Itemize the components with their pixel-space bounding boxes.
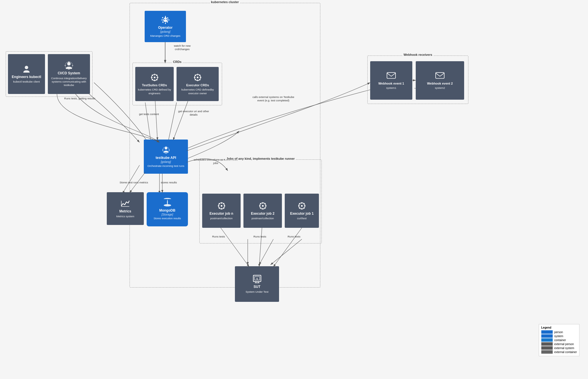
testkube-api-desc: Orchestrate incoming test runs — [147, 164, 184, 168]
get-tests-label: get tests content — [133, 112, 165, 116]
sut-desc: System Under Test — [245, 290, 268, 294]
legend-label-ext-person: external person — [554, 343, 574, 346]
svg-rect-50 — [387, 72, 396, 78]
testkube-api-title: testkube API — [155, 156, 176, 160]
svg-rect-9 — [162, 21, 164, 23]
svg-rect-4 — [165, 22, 166, 24]
webhook-event2-desc: system2 — [435, 86, 445, 90]
webhook-event1-title: Webhook event 1 — [378, 81, 404, 85]
executor-job-1-node: Executor job 1 curl/test — [285, 194, 319, 228]
svg-rect-6 — [168, 20, 169, 21]
metrics-title: Metrics — [119, 209, 131, 214]
legend-item-ext-person: external person — [541, 342, 577, 346]
mongodb-node: MongoDB [Storage] Stores execution resul… — [147, 192, 188, 226]
runs-tests-2-label: Runs tests — [253, 235, 266, 238]
operator-node: Operator [golang] Mananges CRD changes — [145, 11, 186, 42]
legend-label-ext-container: external container — [554, 351, 577, 354]
svg-rect-5 — [161, 20, 163, 21]
diagram-container: kubernetes cluster Operator [golan — [0, 0, 588, 379]
legend-color-container — [541, 338, 553, 342]
legend-label-person: person — [554, 331, 563, 334]
watch-crd-label: watch for new crd/changes — [168, 44, 196, 51]
legend-label-system: system — [554, 335, 564, 338]
operator-subtitle: [golang] — [160, 30, 171, 33]
executor-job-n-title: Executor job n — [210, 212, 233, 216]
svg-point-13 — [154, 77, 155, 78]
legend-color-ext-system — [541, 346, 553, 350]
legend-label-container: container — [554, 339, 566, 342]
jobs-label: Jobs of any kind, implements testkube ru… — [225, 157, 296, 160]
svg-point-39 — [67, 62, 71, 65]
webhook-event1-node: Webhook event 1 system1 — [370, 61, 412, 100]
legend-item-ext-system: external system — [541, 346, 577, 350]
svg-rect-7 — [162, 17, 163, 19]
executor-job-1-icon — [297, 201, 306, 210]
testsuites-crd-node: TestSuites CRDs kubernetes CRD defined b… — [135, 67, 174, 101]
executor-job-n-node: Executor job n postman/collection — [202, 194, 241, 228]
calls-external-label: calls external systems on Testkube event… — [251, 95, 296, 103]
svg-point-38 — [25, 66, 28, 69]
sut-node: 5 SUT System Under Test — [235, 266, 279, 302]
executor-crd-title: Executor CRDs — [186, 83, 209, 87]
stores-metrics-label: Stores test runs metrics — [117, 181, 151, 184]
testkube-api-subtitle: [golang] — [161, 160, 171, 163]
legend: Legend person system container external … — [539, 324, 580, 356]
operator-icon — [161, 15, 170, 24]
executor-job-2-title: Executor job 2 — [251, 212, 274, 216]
engineers-kubectl-desc: kubectl testkube client — [13, 80, 40, 83]
legend-item-ext-container: external container — [541, 350, 577, 354]
svg-text:5: 5 — [256, 277, 258, 280]
get-executor-label: get executor uri and other details — [175, 110, 212, 117]
legend-color-system — [541, 334, 553, 338]
svg-point-53 — [221, 205, 222, 207]
metrics-node: Metrics Metrics system — [107, 192, 144, 225]
executor-job-2-icon — [258, 201, 267, 210]
legend-label-ext-system: external system — [554, 347, 574, 350]
webhook-event2-node: Webhook event 2 system2 — [416, 61, 464, 100]
testsuites-crd-desc: kubernetes CRD defined by engineers — [137, 88, 172, 95]
executor-job-1-title: Executor job 1 — [290, 212, 314, 216]
svg-rect-51 — [436, 72, 444, 78]
cicd-system-node: CI/CD System Continous integration/deliv… — [48, 54, 90, 94]
legend-item-person: person — [541, 330, 577, 334]
legend-title: Legend — [541, 326, 577, 329]
testsuites-crd-icon — [150, 73, 159, 82]
runs-tests-1-label: Runs tests — [288, 235, 300, 238]
mongodb-desc: Stores execution results — [153, 217, 181, 220]
metrics-icon — [121, 199, 130, 208]
legend-color-person — [541, 330, 553, 334]
kubernetes-cluster-label: kubernetes cluster — [210, 0, 240, 4]
svg-point-11 — [164, 17, 166, 19]
executor-crd-icon — [193, 73, 202, 82]
cicd-icon — [64, 61, 73, 70]
svg-point-23 — [197, 77, 198, 78]
svg-point-63 — [262, 205, 264, 207]
cicd-title: CI/CD System — [58, 71, 80, 76]
testkube-api-node: testkube API [golang] Orchestrate incomi… — [144, 140, 188, 174]
crds-label: CRDs — [172, 60, 183, 63]
legend-color-ext-container — [541, 350, 553, 354]
runs-tests-label: Runs tests, getting results — [57, 97, 103, 100]
stores-results-label: stores results — [157, 181, 180, 184]
executor-job-n-desc: postman/collection — [210, 217, 233, 220]
testsuites-crd-title: TestSuites CRDs — [142, 83, 167, 87]
metrics-desc: Metrics system — [116, 215, 134, 218]
executor-crd-desc: kubernetes CRD definedby executor owner — [178, 88, 217, 95]
cicd-desc: Continous integration/delivery systems c… — [50, 77, 88, 87]
operator-desc: Mananges CRD changes — [150, 34, 180, 38]
sut-icon: 5 — [253, 274, 262, 284]
mongodb-subtitle: [Storage] — [161, 213, 173, 216]
webhook-event1-desc: system1 — [386, 86, 396, 90]
runs-tests-n-label: Runs tests — [212, 235, 225, 238]
webhook-receivers-label: Webhook receivers — [402, 53, 433, 56]
engineers-kubectl-icon — [22, 65, 31, 74]
operator-title: Operator — [158, 26, 173, 30]
legend-color-ext-person — [541, 342, 553, 346]
engineers-kubectl-node: Engineers kubectl kubectl testkube clien… — [8, 54, 45, 94]
legend-item-container: container — [541, 338, 577, 342]
executor-job-2-node: Executor job 2 postman/collection — [243, 194, 282, 228]
webhook-event2-icon — [435, 71, 444, 80]
svg-point-73 — [301, 205, 303, 207]
sut-title: SUT — [254, 285, 261, 289]
testkube-api-icon — [161, 146, 171, 155]
